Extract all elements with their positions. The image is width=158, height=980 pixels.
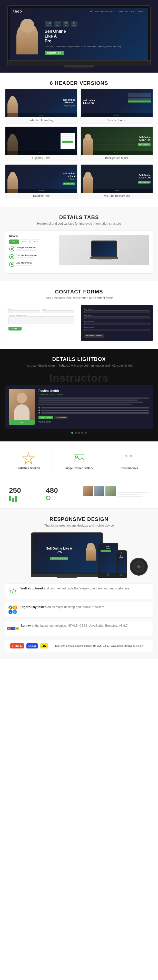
counter-days: 136 DAYS bbox=[45, 21, 52, 27]
version-preview-dedicated: Sell OnlineLike A Pro Learn how to makeo… bbox=[5, 89, 77, 117]
form-label-email2: Email Address * bbox=[84, 327, 150, 328]
stat-bar-1 bbox=[9, 496, 11, 501]
responsive-subtitle: That looks great on any desktop and mobi… bbox=[5, 524, 153, 527]
form-submit-button[interactable]: SUBMIT bbox=[8, 327, 21, 331]
tablet-outer: SellLike bbox=[98, 543, 118, 578]
laptop-screen-inner: ARGO FEATURES PRICING ABOUT DOWNLOAD DEM… bbox=[10, 8, 148, 60]
lb-enroll-button[interactable]: ENROLL NOW bbox=[39, 415, 53, 419]
tabs-laptop bbox=[91, 240, 117, 257]
lightbox-dots bbox=[5, 432, 153, 434]
form-label-message: Write your message here bbox=[8, 314, 74, 316]
info-box-tested-content: Rigorously tested on all major desktop a… bbox=[21, 605, 104, 609]
stats-row: 250 480 bbox=[0, 480, 158, 509]
tab-btn-day2[interactable]: DAY 2 bbox=[20, 240, 30, 244]
device-phone: SellOnline bbox=[116, 550, 127, 578]
lb-dot-nav-1[interactable] bbox=[71, 432, 73, 434]
lb-dot-nav-5[interactable] bbox=[85, 432, 87, 434]
vp-content-4: Sell OnlineLike A Pro REGISTER NOW bbox=[138, 136, 151, 146]
lb-dot-nav-4[interactable] bbox=[81, 432, 83, 434]
nav-link-download[interactable]: DOWNLOAD bbox=[118, 11, 128, 13]
hero-man-figure bbox=[15, 19, 41, 54]
tabs-right-panel bbox=[59, 235, 149, 269]
code-icon bbox=[8, 587, 18, 595]
stat-bars bbox=[9, 496, 38, 502]
form-field-firstname: First Name * bbox=[84, 308, 150, 313]
nav-link-features[interactable]: FEATURES bbox=[90, 11, 100, 13]
tab-btn-day3[interactable]: DAY 3 bbox=[31, 240, 40, 244]
laptop-screen-outer: ARGO FEATURES PRICING ABOUT DOWNLOAD DEM… bbox=[7, 5, 151, 61]
vp-overlay-2: Overview bbox=[81, 113, 153, 117]
feature-item-stats: Statistics Section bbox=[5, 449, 52, 472]
nav-link-contact[interactable]: CONTACT bbox=[137, 11, 145, 13]
counter-sec-num: 41 bbox=[73, 21, 76, 25]
lb-dot-nav-3[interactable] bbox=[78, 432, 80, 434]
nav-link-about[interactable]: ABOUT bbox=[110, 11, 116, 13]
lb-list-text-3 bbox=[41, 412, 149, 414]
lightbox-title: DETAILS LIGHTBOX bbox=[5, 356, 153, 362]
laptop-screen: Sell Online Like APro REGISTER NOW bbox=[31, 533, 103, 574]
details-tabs-section: DETAILS TABS Horizontal and vertical tab… bbox=[0, 207, 158, 281]
tab-btn-day1[interactable]: DAY 1 bbox=[9, 240, 19, 244]
version-label-5: Rotating Text bbox=[5, 193, 77, 199]
details-tabs-title: DETAILS TABS bbox=[5, 215, 153, 220]
phone-camera bbox=[121, 552, 122, 554]
tablet-home-btn bbox=[107, 573, 109, 576]
form-input-email[interactable] bbox=[42, 310, 74, 313]
lb-green-bar: ●●● bbox=[9, 420, 35, 425]
form-input-message[interactable] bbox=[8, 317, 74, 324]
info-box-tested: e ◎ Rigorously tested on all major deskt… bbox=[5, 602, 153, 617]
tablet-content: SellLike bbox=[99, 544, 117, 554]
vp-overlay-1: Overview bbox=[5, 113, 77, 117]
form-register-button[interactable]: REGISTER FOR FREE bbox=[84, 334, 105, 338]
nav-link-demo[interactable]: DEMO bbox=[130, 11, 135, 13]
tab-item-title-3: Add More Value bbox=[16, 262, 32, 264]
lb-more-button[interactable]: READ MORE bbox=[54, 415, 68, 419]
info-box-structured: Well structured and commented code that'… bbox=[5, 583, 153, 599]
form-label-firstname: First Name * bbox=[84, 308, 150, 310]
js-full-badge: JS bbox=[40, 643, 48, 649]
vp-man-6 bbox=[83, 175, 93, 193]
form-input-phone[interactable] bbox=[84, 323, 150, 325]
device-laptop: Sell Online Like APro REGISTER NOW bbox=[31, 533, 103, 578]
instructors-bg-text: Instructors bbox=[5, 372, 153, 384]
stat-item-250: 250 bbox=[5, 484, 42, 504]
stats-icon bbox=[22, 452, 35, 465]
version-card-lightbox: Sell OnlineLike A Pro REGISTER NOW Overv… bbox=[5, 127, 77, 161]
stat-bar-2 bbox=[12, 498, 14, 502]
vp-overlay-label-4: Overview bbox=[114, 152, 119, 154]
hero-section: ARGO FEATURES PRICING ABOUT DOWNLOAD DEM… bbox=[0, 0, 158, 73]
counter-hrs-num: 16 bbox=[56, 21, 59, 25]
laptop-screen-man bbox=[83, 546, 98, 560]
lb-buttons-row: ENROLL NOW READ MORE bbox=[39, 415, 149, 419]
nav-link-pricing[interactable]: PRICING bbox=[101, 11, 108, 13]
features-row: Statistics Section Image Swiper Gallery … bbox=[0, 441, 158, 480]
form-input-lastname[interactable] bbox=[84, 317, 150, 319]
versions-grid: Sell OnlineLike A Pro Learn how to makeo… bbox=[5, 89, 153, 199]
feature-item-gallery: Image Swiper Gallery bbox=[56, 449, 102, 472]
tabs-preview: Details DAY 1 DAY 2 DAY 3 Analyze The Ma… bbox=[5, 231, 153, 274]
info-boxes: Well structured and commented code that'… bbox=[5, 583, 153, 636]
hero-text-block: 136 DAYS 16 HRS 24 MIN 41 bbox=[41, 13, 143, 55]
css3-badge-mini: C3 bbox=[11, 627, 15, 630]
devices-preview: Sell Online Like APro REGISTER NOW bbox=[5, 533, 153, 578]
version-card-bg-slider: Sell OnlineLike A Pro REGISTER NOW Overv… bbox=[81, 127, 153, 161]
version-preview-header-form: Sell OnlineLike A Pro Overview bbox=[81, 89, 153, 117]
browser-icons-grid: e ◎ bbox=[8, 606, 18, 614]
form-input-email2[interactable] bbox=[84, 329, 150, 331]
form-input-name[interactable] bbox=[8, 310, 40, 313]
version-preview-bg-slider: Sell OnlineLike A Pro REGISTER NOW Overv… bbox=[81, 127, 153, 155]
hero-cta-button[interactable]: REGISTER NOW bbox=[45, 51, 64, 55]
feature-item-testimonials: " " Testimonials bbox=[106, 449, 153, 472]
vp-overlay-5: Overview bbox=[5, 189, 77, 193]
laptop-foot bbox=[64, 65, 94, 67]
vp-overlay-3: Overview bbox=[5, 151, 77, 155]
form-field-email: Email bbox=[42, 308, 74, 313]
lb-list-text-1 bbox=[41, 407, 149, 409]
lb-dot-nav-2[interactable] bbox=[75, 432, 77, 434]
tech-badges-row: H5 C3 JS bbox=[7, 627, 19, 630]
tablet-btn bbox=[100, 550, 111, 552]
form-card-contact: Name Email Write your message here SUBMI… bbox=[5, 305, 77, 341]
tabs-laptop-visual bbox=[90, 240, 118, 259]
tab-header-row: DAY 1 DAY 2 DAY 3 bbox=[9, 240, 55, 244]
form-input-firstname[interactable] bbox=[84, 310, 150, 313]
